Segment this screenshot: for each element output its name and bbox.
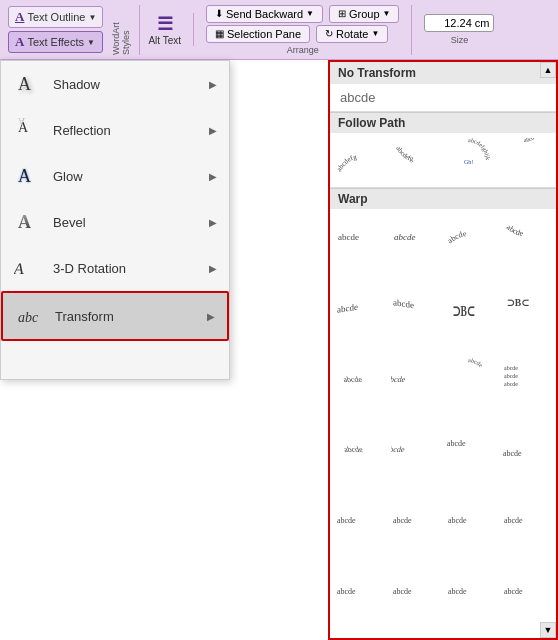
follow-path-cell-2[interactable]: abcdefg: [389, 136, 437, 184]
transform-icon: abc: [15, 301, 45, 331]
warp-cell-1-1[interactable]: abcde: [333, 212, 381, 260]
svg-text:abcde: abcde: [447, 439, 466, 448]
selection-pane-icon: ▦: [215, 28, 224, 39]
svg-text:abcde: abcde: [504, 223, 523, 238]
follow-path-header: Follow Path: [330, 112, 556, 133]
menu-item-reflection[interactable]: A A Reflection ▶: [1, 107, 229, 153]
text-effects-button[interactable]: A Text Effects ▼: [8, 31, 103, 53]
alt-text-section: ☰ Alt Text: [148, 13, 194, 46]
menu-item-bevel[interactable]: A Bevel ▶: [1, 199, 229, 245]
warp-cell-4-1[interactable]: abcde: [333, 424, 381, 472]
menu-item-3d-rotation[interactable]: A 3-D Rotation ▶: [1, 245, 229, 291]
svg-text:abcdefg: abcdefg: [394, 145, 414, 163]
rotate-arrow: ▼: [371, 29, 379, 38]
svg-text:⊃B⊂: ⊃B⊂: [506, 297, 528, 308]
warp-cell-6-1[interactable]: abcde: [333, 566, 381, 614]
svg-text:abcde: abcde: [504, 516, 523, 525]
selection-pane-button[interactable]: ▦ Selection Pane: [206, 25, 310, 43]
dropdown-arrow-icon: ▼: [88, 13, 96, 22]
follow-path-cell-4[interactable]: abcdefghijklmn: [500, 136, 548, 184]
menu-item-transform[interactable]: abc Transform ▶: [1, 291, 229, 341]
warp-cell-3-3[interactable]: abcde: [444, 354, 492, 402]
text-outline-button[interactable]: A Text Outline ▼: [8, 6, 103, 28]
group-arrow: ▼: [383, 9, 391, 18]
warp-cell-1-4[interactable]: abcde: [500, 212, 548, 260]
follow-path-cell-1[interactable]: abcdefg: [333, 136, 381, 184]
text-outline-icon: A: [15, 9, 24, 25]
warp-cell-4-3[interactable]: abcde: [444, 424, 492, 472]
transform-arrow-icon: ▶: [207, 311, 215, 322]
rotate-label: Rotate: [336, 28, 368, 40]
svg-text:A: A: [18, 74, 31, 94]
warp-cell-2-3[interactable]: ⊃B⊂: [444, 283, 492, 331]
svg-text:abcde: abcde: [391, 375, 407, 384]
alt-text-label: Alt Text: [148, 35, 181, 46]
dropdown-arrow-icon-2: ▼: [87, 38, 95, 47]
rotate-button[interactable]: ↻ Rotate ▼: [316, 25, 388, 43]
warp-cell-5-3[interactable]: abcde: [444, 495, 492, 543]
group-label: Group: [349, 8, 380, 20]
warp-cell-3-2[interactable]: abcde: [389, 354, 437, 402]
svg-text:abcde: abcde: [393, 587, 412, 596]
warp-cell-1-2[interactable]: abcde: [389, 212, 437, 260]
menu-item-shadow[interactable]: A Shadow ▶: [1, 61, 229, 107]
main-content: A Shadow ▶ A A Reflection ▶ A A: [0, 60, 558, 640]
reflection-icon: A A: [13, 115, 43, 145]
warp-cell-5-4[interactable]: abcde: [500, 495, 548, 543]
warp-cell-2-1[interactable]: abcde: [333, 283, 381, 331]
warp-cell-4-2[interactable]: abcde: [389, 424, 437, 472]
svg-text:abcde: abcde: [448, 587, 467, 596]
warp-cell-1-3[interactable]: abcde: [444, 212, 492, 260]
warp-cell-4-4[interactable]: abcde: [500, 424, 548, 472]
wordart-styles-label: WordArt Styles: [111, 5, 131, 55]
svg-text:abcde: abcde: [342, 375, 363, 384]
svg-text:abcde: abcde: [504, 587, 523, 596]
text-effects-label: Text Effects: [27, 36, 84, 48]
shadow-arrow-icon: ▶: [209, 79, 217, 90]
warp-cell-6-2[interactable]: abcde: [389, 566, 437, 614]
follow-path-cell-3[interactable]: abcdefghijk Gh!: [444, 136, 492, 184]
size-input[interactable]: [424, 14, 494, 32]
warp-cell-5-2[interactable]: abcde: [389, 495, 437, 543]
text-outline-label: Text Outline: [27, 11, 85, 23]
svg-text:abcde: abcde: [468, 357, 484, 369]
warp-cell-3-1[interactable]: abcde: [333, 354, 381, 402]
selection-pane-label: Selection Pane: [227, 28, 301, 40]
warp-cell-6-4[interactable]: abcde: [500, 566, 548, 614]
scroll-up-button[interactable]: ▲: [540, 62, 556, 78]
warp-cell-2-4[interactable]: ⊃B⊂: [500, 283, 548, 331]
no-transform-header: No Transform: [330, 62, 556, 84]
svg-text:abcdefghijk: abcdefghijk: [468, 138, 490, 160]
bevel-label: Bevel: [53, 215, 199, 230]
text-effects-dropdown: A Shadow ▶ A A Reflection ▶ A A: [0, 60, 230, 380]
svg-text:abcde: abcde: [504, 373, 518, 379]
scroll-down-button[interactable]: ▼: [540, 622, 556, 638]
group-button[interactable]: ⊞ Group ▼: [329, 5, 400, 23]
glow-label: Glow: [53, 169, 199, 184]
warp-grid: abcde abcde abcde abcde abcde: [330, 209, 556, 638]
size-section: Size: [424, 14, 494, 45]
send-backward-button[interactable]: ⬇ Send Backward ▼: [206, 5, 323, 23]
svg-text:abcde: abcde: [393, 297, 414, 310]
reflection-arrow-icon: ▶: [209, 125, 217, 136]
svg-text:abc: abc: [18, 310, 39, 325]
menu-item-glow[interactable]: A A Glow ▶: [1, 153, 229, 199]
bevel-arrow-icon: ▶: [209, 217, 217, 228]
svg-text:A: A: [18, 116, 26, 127]
reflection-label: Reflection: [53, 123, 199, 138]
svg-text:A: A: [18, 166, 31, 186]
bevel-icon: A: [13, 207, 43, 237]
svg-text:abcde: abcde: [504, 381, 518, 387]
svg-text:A: A: [14, 260, 27, 277]
warp-cell-3-4[interactable]: abcde abcde abcde: [500, 354, 548, 402]
warp-cell-2-2[interactable]: abcde: [389, 283, 437, 331]
svg-text:abcde: abcde: [337, 587, 356, 596]
group-icon: ⊞: [338, 8, 346, 19]
svg-text:abcde: abcde: [393, 516, 412, 525]
svg-text:abcdefghijklmn: abcdefghijklmn: [523, 138, 542, 143]
warp-cell-6-3[interactable]: abcde: [444, 566, 492, 614]
send-backward-icon: ⬇: [215, 8, 223, 19]
svg-text:abcde: abcde: [337, 302, 358, 315]
arrange-section: ⬇ Send Backward ▼ ⊞ Group ▼ ▦ Selection …: [206, 5, 412, 55]
warp-cell-5-1[interactable]: abcde: [333, 495, 381, 543]
